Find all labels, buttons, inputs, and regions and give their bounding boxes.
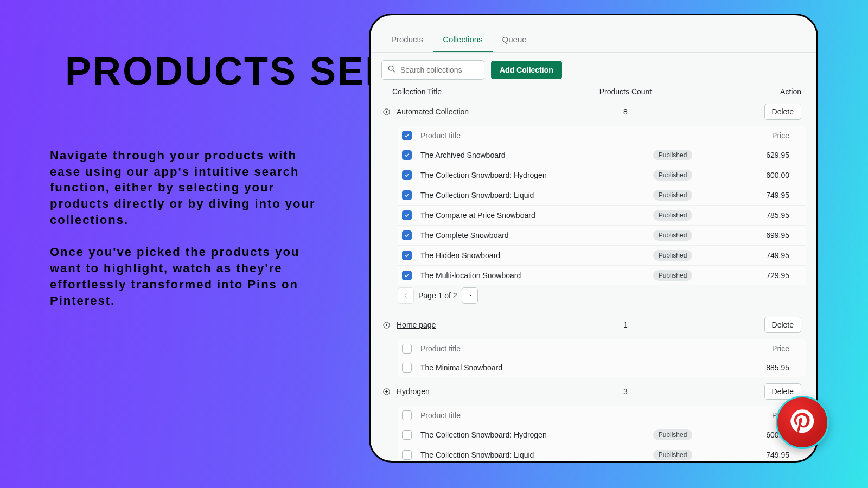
- product-title: The Compare at Price Snowboard: [420, 211, 637, 220]
- collections-panel: Products Collections Queue Add Collectio…: [369, 14, 818, 463]
- product-checkbox[interactable]: [402, 230, 412, 240]
- collection-group: Home page1DeleteProduct titlePriceThe Mi…: [371, 314, 816, 381]
- product-row: The Archived SnowboardPublished629.95: [398, 145, 806, 165]
- status-badge: Published: [653, 210, 693, 221]
- svg-point-0: [388, 66, 393, 70]
- product-row: The Multi-location SnowboardPublished729…: [398, 265, 806, 285]
- products-table: Product titlePriceThe Collection Snowboa…: [398, 406, 806, 463]
- product-price: 629.95: [708, 151, 801, 159]
- collection-count: 1: [588, 320, 663, 329]
- intro-text: Navigate through your products with ease…: [50, 147, 321, 325]
- product-checkbox[interactable]: [402, 271, 412, 280]
- product-price: 600.00: [708, 171, 801, 179]
- product-checkbox[interactable]: [402, 190, 412, 200]
- product-title: The Minimal Snowboard: [420, 363, 637, 373]
- delete-button[interactable]: Delete: [764, 104, 801, 120]
- tab-bar: Products Collections Queue: [371, 27, 816, 53]
- delete-button[interactable]: Delete: [764, 317, 801, 333]
- product-title: The Collection Snowboard: Liquid: [420, 191, 637, 200]
- tab-collections[interactable]: Collections: [433, 27, 492, 52]
- product-checkbox[interactable]: [402, 210, 412, 220]
- status-badge: Published: [653, 230, 693, 241]
- collection-title[interactable]: Automated Collection: [397, 107, 582, 116]
- product-checkbox[interactable]: [402, 430, 412, 440]
- product-title-header: Product title: [420, 411, 637, 420]
- product-price: 885.95: [708, 363, 801, 372]
- search-icon: [387, 65, 396, 75]
- col-title-header: Collection Title: [392, 87, 588, 96]
- products-table: Product titlePriceThe Archived Snowboard…: [398, 126, 806, 285]
- status-badge: Published: [653, 270, 693, 281]
- product-price-header: Price: [708, 344, 801, 353]
- select-all-checkbox[interactable]: [402, 131, 412, 140]
- pinterest-icon: [788, 407, 816, 438]
- status-badge: Published: [653, 250, 693, 261]
- product-title: The Multi-location Snowboard: [420, 271, 637, 280]
- product-title-header: Product title: [420, 131, 637, 140]
- product-price-header: Price: [708, 131, 801, 140]
- product-price: 729.95: [708, 271, 801, 280]
- intro-paragraph-2: Once you've picked the products you want…: [50, 244, 321, 309]
- search-box[interactable]: [381, 60, 484, 80]
- tab-products[interactable]: Products: [381, 27, 433, 52]
- page-next-button[interactable]: [462, 287, 478, 304]
- collections-table-header: Collection Title Products Count Action: [371, 85, 816, 101]
- product-row: The Collection Snowboard: LiquidPublishe…: [398, 185, 806, 205]
- toolbar: Add Collection: [371, 53, 816, 85]
- svg-line-1: [393, 70, 395, 72]
- col-action-header: Action: [663, 87, 801, 96]
- tab-queue[interactable]: Queue: [493, 27, 537, 52]
- product-row: The Hidden SnowboardPublished749.95: [398, 245, 806, 265]
- product-checkbox[interactable]: [402, 363, 412, 373]
- select-all-checkbox[interactable]: [402, 410, 412, 420]
- search-input[interactable]: [400, 66, 478, 74]
- product-checkbox[interactable]: [402, 251, 412, 260]
- expand-icon[interactable]: [381, 107, 391, 117]
- status-badge: Published: [653, 450, 693, 460]
- status-badge: Published: [653, 190, 693, 201]
- product-row: The Complete SnowboardPublished699.95: [398, 225, 806, 245]
- product-price: 749.95: [708, 191, 801, 200]
- col-count-header: Products Count: [588, 87, 663, 96]
- page-prev-button[interactable]: [398, 287, 414, 304]
- product-title: The Archived Snowboard: [420, 151, 637, 160]
- product-checkbox[interactable]: [402, 450, 412, 460]
- product-title: The Hidden Snowboard: [420, 251, 637, 260]
- product-title: The Collection Snowboard: Hydrogen: [420, 431, 637, 440]
- products-table: Product titlePriceThe Minimal Snowboard8…: [398, 339, 806, 377]
- collection-row: Automated Collection8Delete: [381, 101, 806, 123]
- intro-paragraph-1: Navigate through your products with ease…: [50, 147, 321, 228]
- collection-count: 3: [588, 387, 663, 396]
- product-row: The Collection Snowboard: HydrogenPublis…: [398, 425, 806, 445]
- collection-title[interactable]: Home page: [397, 320, 582, 329]
- product-checkbox[interactable]: [402, 150, 412, 160]
- pagination: Page 1 of 2: [398, 287, 806, 304]
- add-collection-button[interactable]: Add Collection: [491, 61, 562, 79]
- expand-icon[interactable]: [381, 320, 391, 330]
- collection-group: Automated Collection8DeleteProduct title…: [371, 101, 816, 314]
- product-checkbox[interactable]: [402, 170, 412, 180]
- page-label: Page 1 of 2: [418, 291, 457, 300]
- product-price: 749.95: [708, 251, 801, 260]
- status-badge: Published: [653, 170, 693, 181]
- select-all-checkbox[interactable]: [402, 344, 412, 354]
- pinterest-fab[interactable]: [776, 396, 829, 449]
- product-title: The Collection Snowboard: Hydrogen: [420, 171, 637, 180]
- collection-title[interactable]: Hydrogen: [397, 387, 582, 396]
- products-table-header: Product titlePrice: [398, 339, 806, 358]
- product-title: The Complete Snowboard: [420, 231, 637, 240]
- collection-count: 8: [588, 107, 663, 116]
- products-table-header: Product titlePrice: [398, 126, 806, 145]
- product-title-header: Product title: [420, 344, 637, 354]
- collection-group: Hydrogen3DeleteProduct titlePriceThe Col…: [371, 381, 816, 463]
- product-row: The Minimal Snowboard885.95: [398, 358, 806, 377]
- status-badge: Published: [653, 150, 693, 160]
- product-title: The Collection Snowboard: Liquid: [420, 451, 637, 460]
- product-row: The Collection Snowboard: HydrogenPublis…: [398, 165, 806, 185]
- product-price: 699.95: [708, 231, 801, 240]
- collection-row: Home page1Delete: [381, 314, 806, 336]
- collection-row: Hydrogen3Delete: [381, 381, 806, 403]
- expand-icon[interactable]: [381, 387, 391, 396]
- product-price: 785.95: [708, 211, 801, 220]
- product-price: 749.95: [708, 451, 801, 459]
